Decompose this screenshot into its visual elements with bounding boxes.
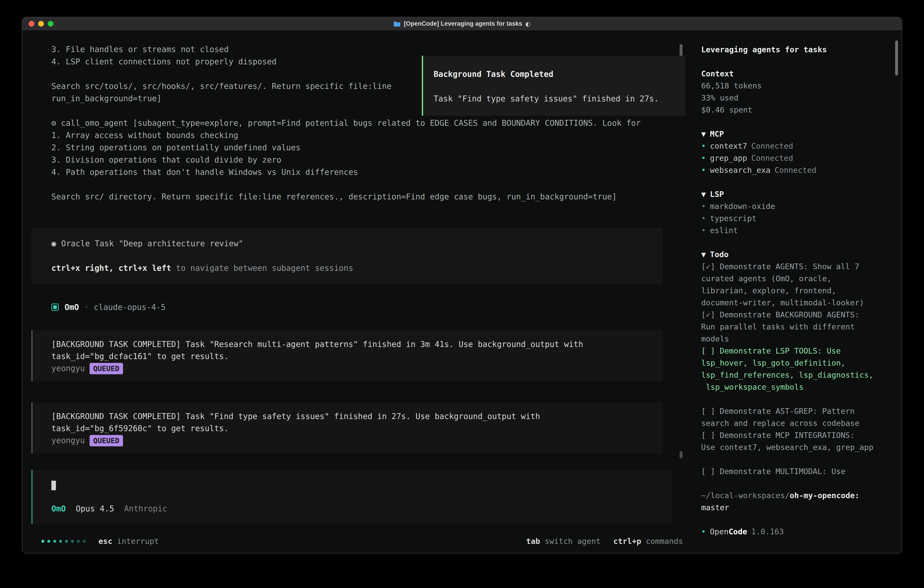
todo-item: [✓]Demonstrate BACKGROUND AGENTS: Run pa…: [701, 309, 891, 345]
sidebar-scrollbar-thumb[interactable]: [895, 40, 898, 76]
model-selector-row[interactable]: OmO Opus 4.5 Anthropic: [51, 502, 659, 515]
mcp-item: •websearch_exaConnected: [701, 164, 891, 176]
status-bullet-icon: •: [701, 154, 706, 163]
mcp-item: •context7Connected: [701, 140, 891, 152]
todo-text: Demonstrate AST-GREP: Pattern search and…: [701, 406, 860, 428]
todo-text: Demonstrate MULTIMODAL: Use: [719, 467, 845, 476]
mcp-section-heading[interactable]: ▼MCP: [701, 128, 891, 140]
lsp-section-heading[interactable]: ▼LSP: [701, 188, 891, 200]
lsp-heading-label: LSP: [710, 190, 724, 199]
queued-status-badge: QUEUED: [89, 363, 123, 374]
lsp-name: typescript: [710, 214, 756, 223]
lsp-item: •typescript: [701, 212, 891, 225]
queued-status-badge: QUEUED: [89, 435, 123, 446]
chevron-down-icon: ▼: [701, 190, 706, 199]
context-used: 33% used: [701, 92, 891, 104]
lsp-name: markdown-oxide: [710, 202, 775, 211]
minimize-button[interactable]: [38, 21, 44, 26]
status-bullet-icon: •: [701, 165, 706, 175]
commands-hint: ctrl+p commands: [613, 535, 683, 547]
todo-heading-label: Todo: [710, 250, 728, 259]
checkbox-empty-icon: [ ]: [701, 346, 715, 355]
status-bar: esc interrupt tab switch agent ctrl+p co…: [41, 535, 683, 548]
workspace-dir: ~/local-workspaces/: [701, 491, 790, 500]
mcp-status: Connected: [751, 154, 793, 163]
session-timer-icon: ◐: [525, 20, 531, 27]
tab-action-label: switch agent: [545, 535, 601, 547]
esc-hint: esc interrupt: [99, 535, 159, 547]
tab-key-label: tab: [526, 535, 540, 547]
message-author: yeongyu: [51, 362, 85, 375]
toast-body: Task "Find type safety issues" finished …: [434, 92, 675, 105]
mcp-heading-label: MCP: [710, 129, 724, 139]
todo-item: [ ]Demonstrate MULTIMODAL: Use: [701, 466, 891, 477]
background-task-toast[interactable]: Background Task Completed Task "Find typ…: [422, 56, 685, 116]
close-button[interactable]: [29, 21, 34, 26]
agent-model: claude-opus-4-5: [94, 301, 165, 313]
activity-spinner-dots: [41, 540, 86, 543]
prompt-input[interactable]: OmO Opus 4.5 Anthropic: [31, 470, 673, 524]
commands-action-label: commands: [646, 535, 683, 547]
checkbox-empty-icon: [ ]: [701, 406, 715, 416]
esc-key-label: esc: [99, 535, 112, 547]
mcp-name: grep_app: [710, 154, 747, 163]
subagent-navigation-hint: ctrl+x right, ctrl+x left to navigate be…: [51, 262, 649, 274]
scrollback-line: 3. File handles or streams not closed: [31, 43, 691, 56]
background-task-message: [BACKGROUND TASK COMPLETED] Task "Resear…: [31, 330, 663, 381]
bullet-icon: •: [701, 226, 706, 235]
mcp-name: context7: [710, 141, 747, 150]
tool-call-text: call_omo_agent [subagent_type=explore, p…: [61, 119, 641, 127]
message-line: task_id="bg_6f59260c" to get results.: [51, 423, 649, 434]
oracle-task-title: ◉Oracle Task "Deep architecture review": [51, 237, 649, 249]
chevron-down-icon: ▼: [701, 129, 706, 139]
workspace-repo: oh-my-opencode:: [790, 491, 860, 500]
mcp-status: Connected: [775, 165, 817, 175]
chat-main-pane: 3. File handles or streams not closed 4.…: [22, 30, 691, 553]
checkbox-empty-icon: [ ]: [701, 431, 715, 440]
window-titlebar[interactable]: [OpenCode] Leveraging agents for tasks ◐: [22, 17, 902, 30]
lsp-name: eslint: [710, 226, 738, 235]
app-version: 1.0.163: [751, 527, 784, 536]
agent-checkbox-icon: [51, 304, 59, 311]
model-provider-label: Anthropic: [124, 502, 167, 515]
lsp-item: •eslint: [701, 225, 891, 236]
message-line: [BACKGROUND TASK COMPLETED] Task "Find t…: [51, 410, 649, 423]
mcp-name: websearch_exa: [710, 165, 770, 175]
mcp-status: Connected: [751, 141, 793, 150]
message-line: [BACKGROUND TASK COMPLETED] Task "Resear…: [51, 339, 649, 350]
tool-call-item: 1. Array access without bounds checking: [31, 129, 691, 141]
tool-call-item: 2. String operations on potentially unde…: [31, 141, 691, 154]
folder-icon: [393, 21, 401, 27]
checkbox-checked-icon: [✓]: [701, 310, 715, 319]
chevron-down-icon: ▼: [701, 250, 706, 259]
active-model-label: Opus 4.5: [76, 502, 114, 515]
context-spent: $0.46 spent: [701, 104, 891, 116]
status-bullet-icon: •: [701, 527, 706, 536]
tool-call-footer: Search src/ directory. Return specific f…: [31, 190, 691, 203]
todo-item: [ ]Demonstrate LSP TOOLS: Use lsp_hover,…: [701, 345, 891, 393]
todo-text: Demonstrate LSP TOOLS: Use lsp_hover, ls…: [701, 346, 873, 391]
oracle-task-panel: ◉Oracle Task "Deep architecture review" …: [31, 228, 663, 284]
todo-text: Demonstrate BACKGROUND AGENTS: Run paral…: [701, 310, 860, 344]
hint-text: to navigate between subagent sessions: [171, 264, 353, 273]
hint-keys: ctrl+x right, ctrl+x left: [51, 264, 171, 273]
todo-item: [ ]Demonstrate AST-GREP: Pattern search …: [701, 405, 891, 429]
main-scrollbar-thumb-lower[interactable]: [680, 451, 683, 458]
todo-text: Demonstrate AGENTS: Show all 7 curated a…: [701, 262, 864, 307]
workspace-path: ~/local-workspaces/oh-my-opencode:: [701, 489, 891, 502]
toast-title: Background Task Completed: [434, 68, 675, 80]
text-cursor: [51, 481, 56, 490]
context-heading: Context: [701, 68, 891, 80]
checkbox-empty-icon: [ ]: [701, 467, 715, 476]
bullet-icon: •: [701, 202, 706, 211]
tool-call-item: 4. Path operations that don't handle Win…: [31, 166, 691, 178]
git-branch: master: [701, 502, 891, 514]
agent-session-header: OmO · claude-opus-4-5: [31, 301, 691, 313]
context-tokens: 66,518 tokens: [701, 80, 891, 92]
zoom-button[interactable]: [48, 21, 53, 26]
tool-call-header: ⚙ call_omo_agent [subagent_type=explore,…: [31, 117, 691, 129]
tool-call-item: 3. Division operations that could divide…: [31, 154, 691, 166]
bullet-icon: •: [701, 214, 706, 223]
todo-section-heading[interactable]: ▼Todo: [701, 249, 891, 261]
gear-icon: ⚙: [51, 119, 56, 127]
